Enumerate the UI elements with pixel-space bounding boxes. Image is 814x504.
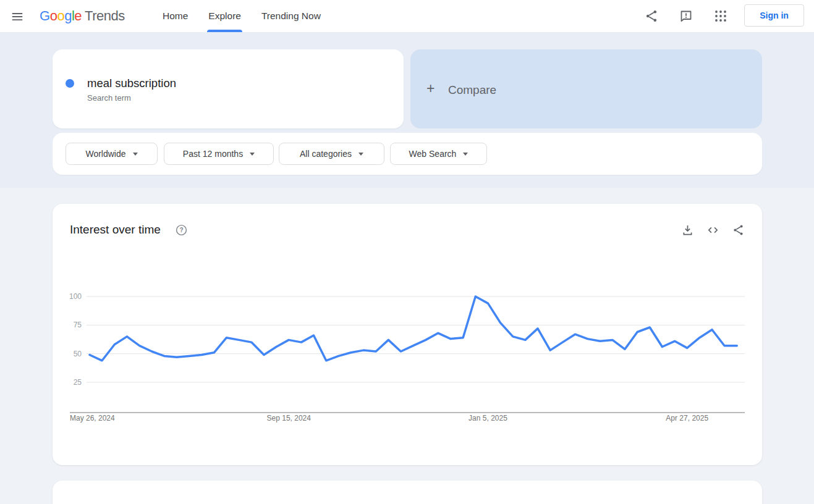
svg-text:May 26, 2024: May 26, 2024	[70, 414, 115, 422]
search-term-type-label: Search term	[87, 93, 131, 103]
nav-tab-trending-now[interactable]: Trending Now	[261, 0, 321, 32]
google-logo-letter: g	[64, 8, 72, 24]
chevron-down-icon	[463, 153, 468, 156]
svg-text:100: 100	[69, 292, 82, 301]
interest-over-time-card: Interest over time ? 100755025May 26, 20…	[53, 204, 762, 465]
trends-logo-text: Trends	[85, 8, 125, 24]
google-logo-letter: G	[40, 8, 50, 24]
search-term-card[interactable]: meal subscription Search term	[53, 49, 404, 128]
series-color-dot	[66, 79, 74, 88]
nav-tab-explore[interactable]: Explore	[208, 0, 241, 32]
svg-text:Apr 27, 2025: Apr 27, 2025	[666, 414, 708, 422]
category-filter-dropdown[interactable]: All categories	[279, 143, 384, 165]
nav-tab-home[interactable]: Home	[163, 0, 188, 32]
hamburger-menu-button[interactable]	[9, 9, 26, 25]
chevron-down-icon	[358, 153, 363, 156]
chevron-down-icon	[250, 153, 255, 156]
svg-text:50: 50	[74, 350, 82, 358]
share-icon[interactable]	[644, 9, 659, 23]
active-tab-indicator	[207, 30, 242, 32]
top-app-bar: Google Trends Home Explore Trending Now …	[0, 0, 814, 32]
primary-nav: Home Explore Trending Now	[163, 0, 321, 32]
hamburger-menu-icon	[11, 10, 24, 23]
chevron-down-icon	[133, 153, 138, 156]
header-actions	[644, 0, 744, 32]
sign-in-button[interactable]: Sign in	[744, 4, 804, 27]
plus-icon: +	[426, 82, 435, 96]
compare-label: Compare	[448, 83, 496, 97]
feedback-icon[interactable]	[679, 9, 693, 23]
google-logo-letter: o	[50, 8, 57, 24]
google-logo-letter: e	[74, 8, 82, 24]
apps-grid-icon[interactable]	[713, 9, 728, 23]
svg-text:Jan 5, 2025: Jan 5, 2025	[468, 414, 507, 422]
region-filter-dropdown[interactable]: Worldwide	[66, 143, 158, 165]
google-logo-letter: o	[57, 8, 64, 24]
search-type-filter-dropdown[interactable]: Web Search	[390, 143, 487, 165]
google-trends-logo[interactable]: Google Trends	[40, 0, 125, 32]
interest-over-time-chart[interactable]: 100755025May 26, 2024Sep 15, 2024Jan 5, …	[53, 204, 762, 465]
time-range-filter-dropdown[interactable]: Past 12 months	[164, 143, 274, 165]
next-section-card	[53, 481, 762, 504]
search-term-text: meal subscription	[87, 77, 176, 90]
svg-text:25: 25	[74, 378, 82, 387]
svg-text:75: 75	[74, 321, 82, 329]
add-comparison-card[interactable]: + Compare	[410, 49, 762, 128]
svg-text:Sep 15, 2024: Sep 15, 2024	[267, 414, 312, 422]
filters-bar: Worldwide Past 12 months All categories …	[53, 133, 762, 175]
